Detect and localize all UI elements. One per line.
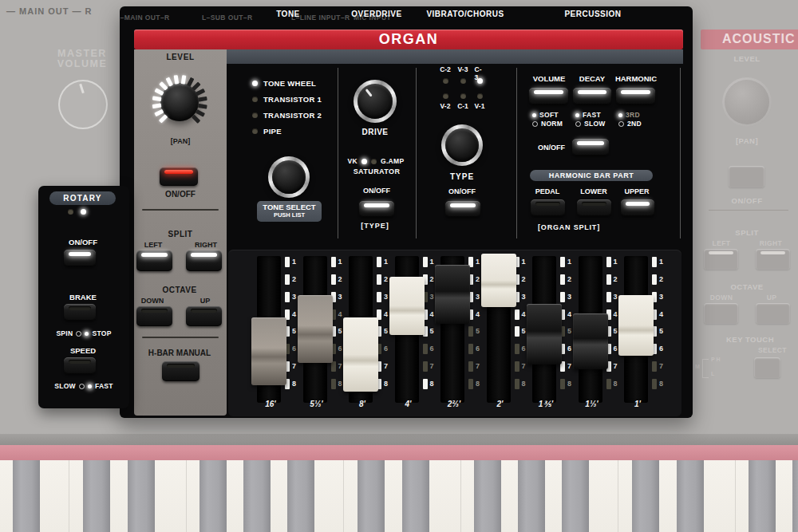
percussion-header: PERCUSSION (564, 10, 621, 18)
piano-key-black (562, 460, 589, 532)
octave-up-button[interactable] (186, 306, 222, 326)
drawbar-fader-cap[interactable] (618, 295, 654, 356)
split-right-button[interactable] (186, 250, 222, 271)
octave-down-button[interactable] (136, 306, 172, 326)
vibrato-mode-led (477, 78, 483, 84)
vibrato-mode-label: C-1 (457, 102, 468, 110)
piano-key-black (474, 460, 501, 532)
level-knob-tick (198, 96, 207, 100)
drawbar-led (560, 274, 565, 285)
tone-model-row[interactable]: PIPE (252, 126, 282, 136)
fast-led (88, 384, 92, 388)
slow-led (79, 384, 85, 389)
drawbar-column: 1234567816' (249, 250, 295, 416)
push-list-hint: PUSH LIST (257, 211, 322, 219)
acoustic-up-label: UP (767, 294, 777, 301)
rotary-speed-button[interactable] (64, 357, 96, 374)
overdrive-on-off-button[interactable] (359, 201, 394, 217)
section-divider (416, 68, 417, 238)
perc-on-off-button[interactable] (572, 139, 609, 156)
drawbar-column: 123456782⅔' (433, 250, 479, 416)
drawbar-led (652, 379, 657, 389)
piano-key-black (358, 460, 385, 532)
hbar-manual-button[interactable] (162, 361, 200, 381)
part-lower-button[interactable] (577, 199, 611, 216)
white-led (534, 90, 563, 94)
organ-split-hint: [ORGAN SPLIT] (538, 223, 600, 231)
drawbar-led (423, 344, 428, 354)
drawbar-fader-cap[interactable] (481, 254, 516, 307)
vibrato-mode-label: V-2 (440, 102, 451, 110)
acoustic-pan-label: [PAN] (736, 136, 758, 145)
drawbar-fader-cap[interactable] (389, 277, 425, 335)
acoustic-section: ACOUSTIC LEVEL [PAN] ON/OFF SPLIT LEFT R… (693, 0, 798, 447)
drawbar-led (377, 292, 381, 302)
lit-option-led (532, 113, 536, 117)
tone-model-row[interactable]: TONE WHEEL (252, 78, 316, 88)
level-knob[interactable] (149, 72, 210, 132)
lit-option-led (575, 113, 579, 117)
acoustic-split-right-button (756, 249, 790, 270)
drawbar-fader-cap[interactable] (435, 265, 470, 323)
master-volume-label-1: MASTER (57, 48, 107, 59)
perc-decay-button[interactable] (573, 88, 611, 104)
organ-on-off-button[interactable] (160, 167, 198, 186)
drawbar-scale-number: 4 (659, 310, 663, 318)
gamp-label: G.AMP (381, 157, 404, 165)
octave-up-label: UP (200, 297, 211, 305)
level-knob-tick (154, 88, 164, 95)
drawbar-led (331, 257, 336, 267)
drawbar-fader-cap[interactable] (527, 304, 562, 365)
perc-option-off-row: 2ND (618, 120, 642, 128)
part-upper-button[interactable] (621, 199, 654, 216)
drawbar-fader-cap[interactable] (343, 317, 378, 392)
perc-option-on-label: FAST (583, 111, 601, 119)
knob-cap (445, 128, 479, 162)
drive-knob[interactable] (354, 80, 397, 123)
part-pedal-button[interactable] (531, 199, 565, 216)
tone-model-row[interactable]: TRANSISTOR 2 (252, 110, 322, 120)
drawbar-led (468, 344, 473, 354)
drawbar-scale-number: 7 (659, 362, 663, 370)
drawbar-column: 123456785⅓' (295, 250, 342, 416)
fast-label: FAST (95, 382, 113, 390)
saturator-label: SATURATOR (354, 167, 401, 175)
piano-key-black (402, 460, 429, 532)
drawbar-led (468, 361, 473, 372)
perc-option-off-row: SLOW (575, 120, 606, 128)
vibrato-type-knob[interactable] (441, 124, 483, 166)
drawbar-fader-cap[interactable] (573, 313, 608, 369)
harmonic-bar-part-badge: HARMONIC BAR PART (530, 170, 653, 181)
octave-label: OCTAVE (162, 286, 196, 294)
key-touch-row-2: M (695, 364, 700, 369)
split-left-label: LEFT (144, 241, 163, 249)
red-felt-strip (0, 445, 798, 460)
acoustic-select-label: SELECT (758, 346, 787, 354)
tone-select-knob[interactable] (268, 156, 310, 198)
piano-key-black (632, 460, 659, 532)
drawbar-fader-cap[interactable] (298, 295, 333, 363)
tone-header: TONE (276, 10, 300, 18)
drawbar-led (560, 257, 565, 267)
perc-harmonic-button[interactable] (616, 88, 655, 104)
drawbar-fader-cap[interactable] (251, 317, 286, 385)
slow-fast-row: SLOW FAST (38, 382, 129, 390)
perc-volume-button[interactable] (529, 88, 568, 104)
tone-model-row[interactable]: TRANSISTOR 1 (252, 94, 322, 104)
section-divider (680, 68, 681, 238)
rotary-on-off-button[interactable] (64, 250, 96, 266)
piano-key-black (749, 460, 776, 532)
bg-main-out-label: — MAIN OUT — R (6, 6, 93, 16)
drawbar-led (652, 274, 657, 285)
jack-label: L–SUB OUT–R (202, 14, 252, 22)
acoustic-title: ACOUSTIC (722, 32, 796, 46)
unlit-led (582, 202, 606, 206)
vibrato-on-off-button[interactable] (445, 201, 480, 217)
rotary-led (81, 209, 86, 215)
split-left-button[interactable] (136, 250, 172, 271)
organ-panel-overlay: L–MAIN OUT–RL–SUB OUT–RL–LINE INPUT–RMIC… (120, 6, 693, 418)
acoustic-split-left-button (704, 249, 738, 270)
rotary-brake-button[interactable] (64, 304, 96, 321)
button-led (760, 251, 785, 254)
red-led (164, 170, 193, 174)
